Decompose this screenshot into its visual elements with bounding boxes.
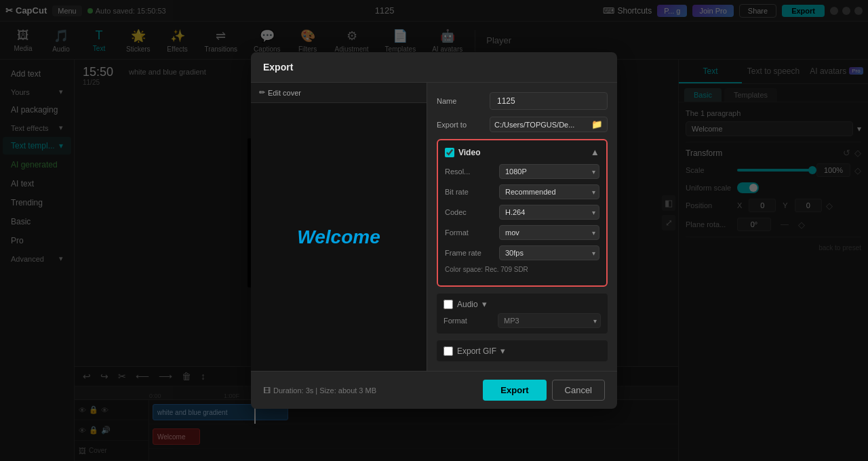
modal-preview-pane: ✏ Edit cover Welcome [251,83,427,371]
modal-actions: Export Cancel [483,380,605,401]
export-modal: Export ✏ Edit cover Welcome Name [251,52,617,409]
export-to-row: Export to C:/Users/TOPGUS/De... 📁 [437,117,608,132]
export-confirm-button[interactable]: Export [483,380,546,401]
edit-cover-label[interactable]: ✏ Edit cover [251,83,427,103]
codec-select-wrapper: H.264 H.265 ▾ [499,205,599,220]
audio-format-label: Format [443,317,498,325]
bitrate-select-wrapper: Recommended Low High ▾ [499,184,599,199]
browse-button[interactable]: 📁 [591,119,603,129]
framerate-select-wrapper: 30fps 24fps 60fps ▾ [499,245,599,260]
format-label: Format [445,228,499,237]
gif-title: Export GIF [457,346,496,356]
audio-title: Audio [457,300,478,309]
gif-chevron[interactable]: ▾ [500,346,505,356]
format-select-wrapper: mov mp4 ▾ [499,225,599,240]
resolution-label: Resol... [445,167,499,176]
modal-overlay: Export ✏ Edit cover Welcome Name [0,0,868,461]
modal-preview-thumb: Welcome [251,103,427,371]
audio-format-row: Format MP3 AAC ▾ [443,313,601,328]
audio-section: Audio ▾ Format MP3 AAC ▾ [437,294,608,334]
video-chevron[interactable]: ▲ [591,147,599,157]
resolution-select[interactable]: 1080P 720P 480P 4K [499,164,599,179]
framerate-row: Frame rate 30fps 24fps 60fps ▾ [445,245,599,260]
video-checkbox[interactable] [445,148,454,157]
codec-row: Codec H.264 H.265 ▾ [445,205,599,220]
video-section: Video ▲ Resol... 1080P 720P 480P 4K [437,139,608,287]
audio-checkbox[interactable] [443,300,453,309]
codec-select[interactable]: H.264 H.265 [499,205,599,220]
edit-cover-text: Edit cover [268,89,301,97]
edit-cover-icon: ✏ [259,88,265,97]
modal-footer: 🎞 Duration: 3s | Size: about 3 MB Export… [251,371,617,409]
modal-body: ✏ Edit cover Welcome Name Export to [251,83,617,371]
resolution-select-wrapper: 1080P 720P 480P 4K ▾ [499,164,599,179]
bitrate-label: Bit rate [445,188,499,196]
name-row: Name [437,92,608,110]
format-row: Format mov mp4 ▾ [445,225,599,240]
export-path-field[interactable]: C:/Users/TOPGUS/De... 📁 [490,117,608,132]
modal-preview-welcome: Welcome [297,226,380,248]
audio-format-select[interactable]: MP3 AAC [498,313,601,328]
cancel-button[interactable]: Cancel [552,380,605,401]
audio-chevron[interactable]: ▾ [482,299,487,309]
modal-info: 🎞 Duration: 3s | Size: about 3 MB [263,386,376,395]
framerate-label: Frame rate [445,249,499,257]
export-path-text: C:/Users/TOPGUS/De... [494,121,589,129]
name-label: Name [437,97,484,105]
duration-text: Duration: 3s | Size: about 3 MB [273,386,376,395]
video-section-title: Video [458,148,587,157]
modal-form: Name Export to C:/Users/TOPGUS/De... 📁 V… [427,83,617,371]
color-space-text: Color space: Rec. 709 SDR [445,266,599,273]
codec-label: Codec [445,208,499,216]
audio-format-select-wrapper: MP3 AAC ▾ [498,313,601,328]
framerate-select[interactable]: 30fps 24fps 60fps [499,245,599,260]
modal-header: Export [251,52,617,83]
export-to-label: Export to [437,121,484,129]
resolution-row: Resol... 1080P 720P 480P 4K ▾ [445,164,599,179]
bitrate-row: Bit rate Recommended Low High ▾ [445,184,599,199]
bitrate-select[interactable]: Recommended Low High [499,184,599,199]
gif-section: Export GIF ▾ [437,340,608,361]
film-icon: 🎞 [263,386,271,395]
name-input[interactable] [490,92,608,110]
video-section-header: Video ▲ [445,147,599,157]
gif-checkbox[interactable] [443,346,453,356]
audio-header: Audio ▾ [443,299,601,309]
format-select[interactable]: mov mp4 [499,225,599,240]
